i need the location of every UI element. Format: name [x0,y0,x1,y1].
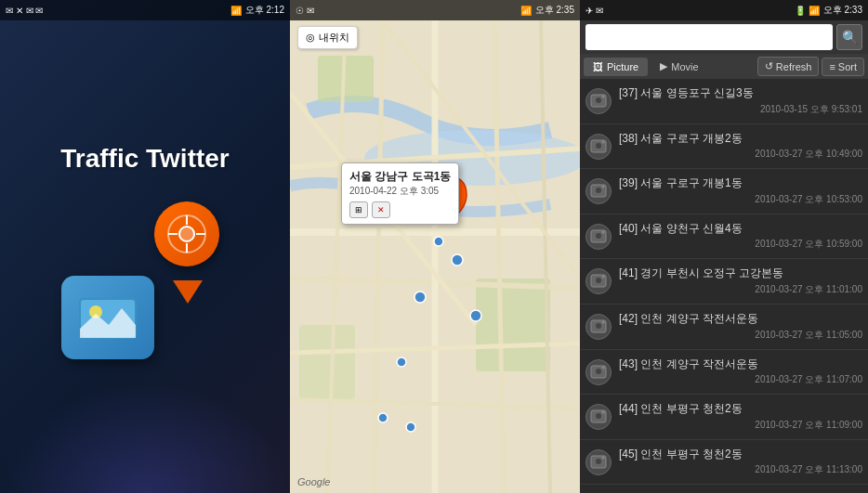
app-title: Traffic Twitter [60,144,230,174]
list-item[interactable]: [38] 서울 구로구 개봉2동 2010-03-27 오후 10:49:00 [580,124,868,170]
list-item[interactable]: [37] 서울 영등포구 신길3동 2010-03-15 오후 9:53:01 [580,79,868,124]
tab-picture[interactable]: 🖼 Picture [584,58,648,76]
refresh-label: Refresh [776,61,812,72]
list-item[interactable]: [43] 인천 계양구 작전서운동 2010-03-27 오후 11:07:00 [580,350,868,396]
list-item[interactable]: [42] 인천 계양구 작전서운동 2010-03-27 오후 11:05:00 [580,305,868,350]
callout-btn-1[interactable]: ⊞ [349,201,368,218]
list-item-icon [585,178,612,204]
list-item-date: 2010-03-27 오후 10:49:00 [619,148,862,161]
tab-movie[interactable]: ▶ Movie [651,57,707,76]
svg-point-48 [602,276,605,279]
search-bar: 🔍 [580,20,868,54]
svg-point-27 [470,310,481,321]
signal-left: 📶 [230,6,242,16]
left-panel: ✉ ✕ ✉ ✉ 📶 오후 2:12 Traffic Twitter [0,0,290,493]
list-item-date: 2010-03-27 오후 11:13:00 [619,463,862,476]
tab-picture-label: Picture [607,61,638,72]
svg-point-41 [596,188,601,193]
svg-point-39 [602,140,605,143]
list-item-icon [585,88,612,114]
list-item-icon [585,224,612,250]
callout-buttons: ⊞ ✕ [349,201,451,218]
list-item-date: 2010-03-27 오후 11:09:00 [619,419,862,432]
svg-point-28 [434,237,443,246]
svg-point-51 [602,320,605,323]
time-left: 오후 2:12 [245,4,284,17]
callout-btn-2[interactable]: ✕ [372,201,390,218]
list-item-title: [44] 인천 부평구 청천2동 [619,402,862,417]
list-item-date: 2010-03-27 오후 11:05:00 [619,329,862,342]
picture-icon: 🖼 [593,61,603,72]
status-bar-right: ✈ ✉ 🔋 📶 오후 2:33 [580,0,868,20]
status-bar-mid: ☉ ✉ 📶 오후 2:35 [290,0,580,20]
svg-point-50 [596,323,601,329]
svg-point-45 [602,230,605,233]
status-icons-mid: ☉ ✉ [296,6,314,16]
list-item-date: 2010-03-27 오후 11:07:00 [619,373,862,386]
list-item[interactable]: [40] 서울 양천구 신월4동 2010-03-27 오후 10:59:00 [580,214,868,260]
list-item-content: [44] 인천 부평구 청천2동 2010-03-27 오후 11:09:00 [619,402,862,432]
list-item-content: [41] 경기 부천시 오정구 고강본동 2010-03-27 오후 11:01… [619,266,862,296]
refresh-button[interactable]: ↺ Refresh [757,57,820,76]
sort-icon: ≡ [829,61,835,72]
list-item-content: [38] 서울 구로구 개봉2동 2010-03-27 오후 10:49:00 [619,132,862,162]
list-item-title: [43] 인천 계양구 작전서운동 [619,357,862,372]
svg-point-47 [596,278,601,283]
photo-icon [61,276,154,359]
list-item-icon [585,314,612,340]
list-item-date: 2010-03-27 오후 10:59:00 [619,238,862,251]
pin-tail [173,280,203,304]
svg-rect-11 [476,279,550,371]
svg-point-31 [406,422,415,432]
location-button[interactable]: ◎ 내위치 [297,26,358,49]
list-item[interactable]: [41] 경기 부천시 오정구 고강본동 2010-03-27 오후 11:01… [580,259,868,305]
svg-point-36 [602,96,605,98]
list-item[interactable]: [45] 인천 부평구 청천2동 2010-03-27 오후 11:13:00 [580,440,868,486]
status-icons-right: ✈ ✉ [585,6,603,16]
list-item[interactable]: [39] 서울 구로구 개봉1동 2010-03-27 오후 10:53:00 [580,169,868,214]
sort-button[interactable]: ≡ Sort [822,58,864,76]
list-item-title: [41] 경기 부천시 오정구 고강본동 [619,266,862,281]
list-item[interactable]: [44] 인천 부평구 청천2동 2010-03-27 오후 11:09:00 [580,395,868,440]
movie-icon: ▶ [660,60,667,72]
search-input[interactable] [585,24,833,50]
pin-body [154,201,219,266]
tab-bar: 🖼 Picture ▶ Movie ↺ Refresh ≡ Sort [580,54,868,79]
callout-box: 서울 강남구 도곡1동 2010-04-22 오후 3:05 ⊞ ✕ [341,162,459,225]
time-mid: 오후 2:35 [535,4,574,17]
time-right: 오후 2:33 [823,4,862,17]
svg-point-30 [378,413,388,422]
status-bar-left: ✉ ✕ ✉ ✉ 📶 오후 2:12 [0,0,290,20]
status-icons-left: ✉ ✕ ✉ ✉ [6,6,43,16]
list-item-content: [45] 인천 부평구 청천2동 2010-03-27 오후 11:13:00 [619,448,862,477]
list-item-content: [40] 서울 양천구 신월4동 2010-03-27 오후 10:59:00 [619,222,862,252]
list-item-content: [37] 서울 영등포구 신길3동 2010-03-15 오후 9:53:01 [619,86,862,116]
list-item-title: [39] 서울 구로구 개봉1동 [619,176,862,191]
location-button-label: 내위치 [319,31,349,45]
tab-movie-label: Movie [671,61,698,72]
pin-symbol-svg [164,211,210,257]
signal-right: 🔋 📶 [795,6,820,16]
svg-point-26 [414,292,426,303]
svg-point-29 [397,357,406,367]
svg-point-59 [596,459,601,464]
svg-point-57 [602,411,605,414]
svg-point-3 [179,227,194,241]
sort-label: Sort [838,61,857,72]
right-panel: ✈ ✉ 🔋 📶 오후 2:33 🔍 🖼 Picture ▶ Movie ↺ Re… [580,0,868,493]
icons-container [52,201,238,369]
photo-svg [75,290,140,345]
list-item-date: 2010-03-27 오후 10:53:00 [619,193,862,206]
svg-point-54 [602,366,605,369]
list-item-icon [585,404,612,430]
signal-mid: 📶 [520,6,532,16]
list-item-title: [40] 서울 양천구 신월4동 [619,222,862,237]
middle-panel: ☉ ✉ 📶 오후 2:35 [290,0,580,493]
svg-point-25 [452,254,463,266]
search-button[interactable]: 🔍 [836,24,862,50]
list-item-content: [42] 인천 계양구 작전서운동 2010-03-27 오후 11:05:00 [619,312,862,342]
svg-rect-12 [299,325,355,399]
list-item-date: 2010-03-15 오후 9:53:01 [619,103,862,116]
svg-point-44 [596,233,601,239]
refresh-icon: ↺ [765,60,773,72]
